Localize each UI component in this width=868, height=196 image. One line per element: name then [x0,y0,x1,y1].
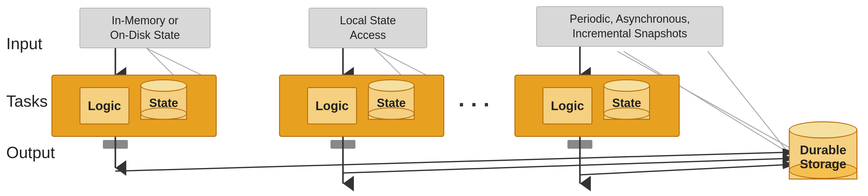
diagram-container: Input Tasks Output In-Memory or On-Disk … [0,0,868,196]
label-output: Output [6,143,55,162]
svg-line-16 [147,48,206,77]
svg-rect-5 [103,140,128,149]
durable-storage-label-line2: Storage [800,157,846,171]
callout-inmemory: In-Memory or On-Disk State [80,8,211,48]
svg-line-21 [708,51,798,165]
dots-separator: · · · [458,92,490,117]
callout-snapshots: Periodic, Asynchronous, Incremental Snap… [536,6,723,47]
durable-storage: Durable Storage [789,121,858,190]
logic-box-2: Logic [307,87,357,124]
task-group-3: Logic State [515,75,680,137]
durable-storage-label-line1: Durable [800,143,846,157]
label-input: Input [6,34,42,53]
state-label-2: State [377,96,406,110]
svg-rect-9 [331,140,355,149]
svg-rect-13 [567,140,592,149]
task-group-1: Logic State [52,75,217,137]
logic-box-1: Logic [80,87,129,124]
state-label-3: State [612,96,641,110]
svg-line-22 [115,152,782,171]
svg-line-23 [343,159,782,173]
svg-line-24 [580,165,782,175]
logic-box-3: Logic [542,87,592,124]
state-label-1: State [149,96,178,110]
label-tasks: Tasks [6,92,48,111]
svg-line-18 [374,48,430,77]
task-group-2: Logic State [279,75,444,137]
callout-localstate: Local State Access [309,8,427,48]
